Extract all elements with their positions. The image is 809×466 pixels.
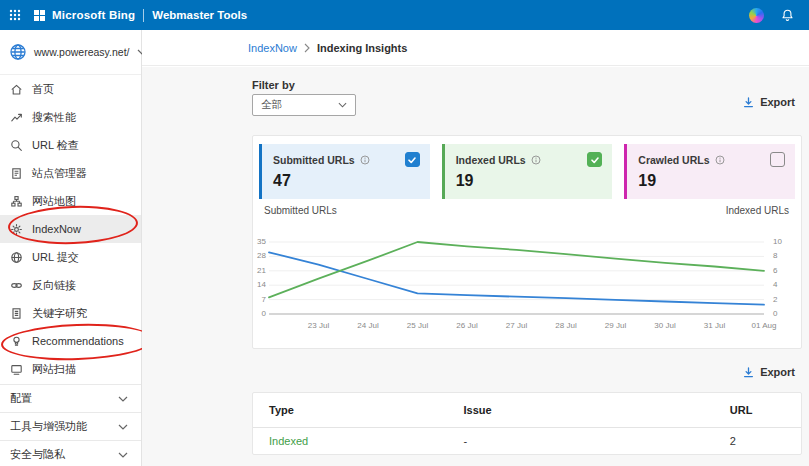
sidebar-item-label: 网站地图 [32,194,76,209]
stat-card-indexed-urls: Indexed URLs 19 [442,144,613,199]
sidebar-item-keyword-research[interactable]: 关键字研究 [0,299,141,327]
stat-card-submitted-urls: Submitted URLs 47 [259,144,430,199]
column-header-url: URL [730,404,801,416]
sidebar-group-label: 安全与隐私 [10,447,65,462]
sidebar-item-url-submission[interactable]: URL 提交 [0,243,141,271]
sidebar-item-label: IndexNow [32,223,81,235]
sidebar-item-recommendations[interactable]: Recommendations [0,327,141,355]
brand-microsoft-bing[interactable]: Microsoft Bing [52,9,135,21]
stat-card-value: 19 [456,172,603,190]
table-row[interactable]: Indexed - 2 [253,428,801,454]
brand-divider [143,9,144,22]
cell-issue: - [448,435,730,447]
column-header-type: Type [253,404,448,416]
breadcrumb: IndexNow Indexing Insights [248,42,407,54]
stat-card-value: 47 [273,172,420,190]
sidebar-item-url-inspection[interactable]: URL 检查 [0,131,141,159]
info-icon[interactable] [715,155,725,165]
filter-select[interactable]: 全部 [252,94,356,116]
sidebar-group-label: 配置 [10,391,32,406]
sidebar-item-backlinks[interactable]: 反向链接 [0,271,141,299]
copilot-icon[interactable] [749,8,764,23]
backlinks-icon [10,279,23,292]
download-icon [743,367,754,378]
info-icon[interactable] [531,155,541,165]
export-label: Export [760,96,795,108]
breadcrumb-row: IndexNow Indexing Insights [142,30,809,66]
sidebar-item-label: URL 提交 [32,250,79,265]
notifications-bell-icon[interactable] [780,8,795,22]
info-icon[interactable] [360,155,370,165]
sidebar-item-label: 搜索性能 [32,110,76,125]
chevron-right-icon [304,43,310,53]
submitted-urls-checkbox[interactable] [405,152,420,167]
x-axis-ticks: 23 Jul24 Jul25 Jul26 Jul27 Jul28 Jul29 J… [253,199,803,350]
keyword-research-icon [10,307,23,320]
sidebar-item-label: URL 检查 [32,138,79,153]
microsoft-logo-icon [34,10,45,21]
stat-card-title: Crawled URLs [638,154,709,166]
sidebar-item-site-manager[interactable]: 站点管理器 [0,159,141,187]
sidebar-nav: 首页 搜索性能 URL 检查 站点管理器 网站地图 [0,75,141,383]
sitemap-icon [10,195,23,208]
export-label: Export [760,366,795,378]
brand-webmaster-tools[interactable]: Webmaster Tools [152,9,247,21]
breadcrumb-indexnow-link[interactable]: IndexNow [248,42,297,54]
sidebar-item-label: 反向链接 [32,278,76,293]
sidebar: www.powereasy.net/ 首页 搜索性能 URL 检查 [0,30,142,466]
sidebar-item-label: 关键字研究 [32,306,87,321]
sidebar-item-search-performance[interactable]: 搜索性能 [0,103,141,131]
recommendations-icon [10,335,23,348]
sidebar-item-home[interactable]: 首页 [0,75,141,103]
sidebar-item-site-scan[interactable]: 网站扫描 [0,355,141,383]
sidebar-item-label: 站点管理器 [32,166,87,181]
search-performance-icon [10,111,23,124]
issues-table: Type Issue URL Indexed - 2 [252,392,802,455]
sidebar-item-label: Recommendations [32,335,124,347]
url-inspection-icon [10,139,23,152]
site-selector[interactable]: www.powereasy.net/ [0,30,141,75]
export-table-button[interactable]: Export [743,366,795,378]
indexed-urls-checkbox[interactable] [587,152,602,167]
crawled-urls-checkbox[interactable] [770,152,785,167]
sidebar-group-label: 工具与增强功能 [10,419,87,434]
stat-card-crawled-urls: Crawled URLs 19 [624,144,795,199]
breadcrumb-current: Indexing Insights [317,42,407,54]
indexing-insights-panel: Submitted URLs 47 Indexed URLs 19 [252,135,802,349]
table-header-row: Type Issue URL [253,393,801,428]
top-app-bar: Microsoft Bing Webmaster Tools [0,0,809,30]
sidebar-item-label: 首页 [32,82,54,97]
sidebar-item-label: 网站扫描 [32,362,76,377]
chevron-down-icon [118,452,128,458]
globe-site-icon [9,43,27,61]
waffle-menu-icon[interactable] [9,9,21,21]
home-icon [10,83,23,96]
sidebar-group-tools[interactable]: 工具与增强功能 [0,412,141,440]
cell-url: 2 [730,435,801,447]
sidebar-item-sitemaps[interactable]: 网站地图 [0,187,141,215]
download-icon [743,97,754,108]
cell-type: Indexed [253,435,448,447]
site-scan-icon [10,363,23,376]
stat-card-title: Submitted URLs [273,154,355,166]
chevron-down-icon [118,396,128,402]
main-area: IndexNow Indexing Insights Filter by 全部 … [142,30,809,466]
chevron-down-icon [338,102,347,108]
content-area: Filter by 全部 Export Submitted URLs 47 [142,67,809,466]
url-submission-icon [10,251,23,264]
stat-cards: Submitted URLs 47 Indexed URLs 19 [259,144,795,199]
sidebar-group-security-privacy[interactable]: 安全与隐私 [0,440,141,466]
site-url-label: www.powereasy.net/ [34,46,130,58]
indexnow-gear-icon [10,223,23,236]
export-chart-button[interactable]: Export [743,96,795,108]
sidebar-groups: 配置 工具与增强功能 安全与隐私 [0,384,141,466]
filter-by-label: Filter by [252,79,295,91]
sidebar-item-indexnow[interactable]: IndexNow [0,215,141,243]
column-header-issue: Issue [448,404,730,416]
stat-card-title: Indexed URLs [456,154,526,166]
chevron-down-icon [118,424,128,430]
line-chart: Submitted URLs Indexed URLs 3528211470 1… [253,199,803,350]
stat-card-value: 19 [638,172,785,190]
sidebar-group-configuration[interactable]: 配置 [0,384,141,412]
filter-select-value: 全部 [261,98,282,112]
